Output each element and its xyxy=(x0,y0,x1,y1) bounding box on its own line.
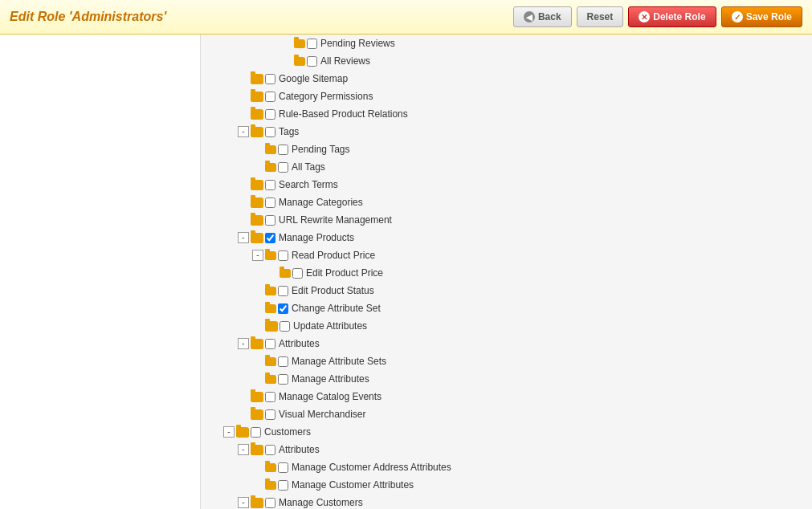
tree-item-label: Manage Customers xyxy=(279,495,363,509)
tree-item-checkbox[interactable] xyxy=(307,39,317,49)
tree-item-checkbox[interactable] xyxy=(265,109,275,120)
tree-item-checkbox[interactable] xyxy=(265,445,275,455)
tree-item-checkbox[interactable] xyxy=(292,268,303,279)
tree-row: -Customers xyxy=(201,423,451,441)
folder-icon xyxy=(251,109,263,120)
folder-icon xyxy=(236,427,249,438)
tree-row: Search Terms xyxy=(201,176,451,193)
tree-item-checkbox[interactable] xyxy=(265,409,275,420)
tree-item-label: All Reviews xyxy=(320,54,370,68)
folder-icon xyxy=(280,269,291,278)
expand-spacer xyxy=(238,108,249,120)
folder-icon xyxy=(251,233,263,243)
page-title: Edit Role 'Administrators' xyxy=(10,10,166,24)
collapse-button[interactable]: - xyxy=(252,250,263,261)
tree-item-checkbox[interactable] xyxy=(278,303,288,314)
collapse-button[interactable]: - xyxy=(238,444,249,455)
tree-item-label: Pending Tags xyxy=(292,142,350,157)
tree-item-label: Change Attribute Set xyxy=(292,301,381,316)
tree-item-label: Manage Catalog Events xyxy=(279,389,382,404)
delete-role-button[interactable]: ✕ Delete Role xyxy=(628,6,716,27)
tree-item-checkbox[interactable] xyxy=(265,498,275,508)
tree-item-checkbox[interactable] xyxy=(265,215,275,226)
tree-container[interactable]: Pending ReviewsAll ReviewsGoogle Sitemap… xyxy=(201,35,451,509)
tree-item-checkbox[interactable] xyxy=(307,56,317,67)
tree-item-checkbox[interactable] xyxy=(251,427,261,438)
tree-item-label: Update Attributes xyxy=(293,319,367,333)
tree-item-checkbox[interactable] xyxy=(278,374,288,385)
tree-item-label: Manage Products xyxy=(279,230,354,245)
tree-row: All Tags xyxy=(201,158,451,176)
folder-icon xyxy=(265,287,276,295)
tree-item-checkbox[interactable] xyxy=(278,162,288,173)
tree-item-checkbox[interactable] xyxy=(278,356,288,367)
folder-icon xyxy=(251,180,263,190)
tree-row: -Manage Products xyxy=(201,229,451,246)
tree-item-label: Manage Customer Address Attributes xyxy=(292,460,451,474)
folder-icon xyxy=(251,215,263,226)
tree-item-label: Edit Product Status xyxy=(292,283,374,298)
expand-spacer xyxy=(281,38,292,49)
expand-spacer xyxy=(281,55,292,67)
collapse-button[interactable]: - xyxy=(238,232,249,243)
tree-item-label: Visual Merchandiser xyxy=(279,407,366,421)
tree-item-label: Rule-Based Product Relations xyxy=(279,107,408,121)
tree-item-checkbox[interactable] xyxy=(265,233,275,243)
expand-spacer xyxy=(252,462,263,473)
tree-item-checkbox[interactable] xyxy=(265,392,275,402)
tree-item-checkbox[interactable] xyxy=(278,462,288,473)
tree-item-checkbox[interactable] xyxy=(278,145,288,155)
tree-item-label: Edit Product Price xyxy=(306,266,383,280)
tree-row: All Reviews xyxy=(201,52,451,70)
reset-button[interactable]: Reset xyxy=(577,6,624,27)
folder-icon xyxy=(251,445,263,455)
tree-item-label: Attributes xyxy=(279,442,320,457)
back-button[interactable]: ◀ Back xyxy=(513,6,572,27)
collapse-button[interactable]: - xyxy=(238,338,249,349)
expand-spacer xyxy=(238,409,249,420)
tree-row: -Tags xyxy=(201,123,451,140)
tree-item-label: Read Product Price xyxy=(292,248,375,263)
collapse-button[interactable]: - xyxy=(238,126,249,137)
save-role-button[interactable]: ✓ Save Role xyxy=(721,6,802,27)
folder-icon xyxy=(265,357,276,366)
tree-item-checkbox[interactable] xyxy=(278,286,288,296)
expand-spacer xyxy=(238,391,249,402)
tree-row: Rule-Based Product Relations xyxy=(201,105,451,123)
tree-item-checkbox[interactable] xyxy=(265,92,275,102)
folder-icon xyxy=(265,321,278,332)
expand-spacer xyxy=(238,197,249,208)
folder-icon xyxy=(251,409,263,420)
tree-item-label: Google Sitemap xyxy=(279,71,348,86)
tree-row: Manage Attributes xyxy=(201,370,451,388)
tree-item-label: Attributes xyxy=(279,336,320,351)
tree-row: Category Permissions xyxy=(201,88,451,105)
tree-item-checkbox[interactable] xyxy=(278,250,288,261)
tree-item-checkbox[interactable] xyxy=(280,321,290,332)
tree-item-checkbox[interactable] xyxy=(265,127,275,137)
folder-icon xyxy=(251,392,263,402)
tree-item-checkbox[interactable] xyxy=(265,74,275,84)
tree-row: -Attributes xyxy=(201,335,451,352)
tree-row: -Attributes xyxy=(201,441,451,458)
tree-item-label: Manage Customer Attributes xyxy=(292,478,414,492)
collapse-button[interactable]: - xyxy=(223,426,235,438)
tree-item-checkbox[interactable] xyxy=(278,480,288,491)
tree-item-checkbox[interactable] xyxy=(265,339,275,349)
folder-icon xyxy=(265,251,276,260)
tree-item-label: Pending Reviews xyxy=(320,36,395,51)
folder-icon xyxy=(294,57,305,66)
expand-spacer xyxy=(252,144,263,155)
header-bar: Edit Role 'Administrators' ◀ Back Reset … xyxy=(0,0,812,35)
expand-spacer xyxy=(238,73,249,84)
delete-icon: ✕ xyxy=(639,11,650,22)
tree-row: Manage Customer Address Attributes xyxy=(201,458,451,476)
collapse-button[interactable]: - xyxy=(238,497,249,508)
expand-spacer xyxy=(252,161,263,173)
save-icon: ✓ xyxy=(732,11,743,22)
tree-row: Manage Catalog Events xyxy=(201,388,451,405)
tree-item-checkbox[interactable] xyxy=(265,197,275,208)
folder-icon xyxy=(265,375,276,384)
tree-row: Edit Product Status xyxy=(201,282,451,299)
tree-item-checkbox[interactable] xyxy=(265,180,275,190)
